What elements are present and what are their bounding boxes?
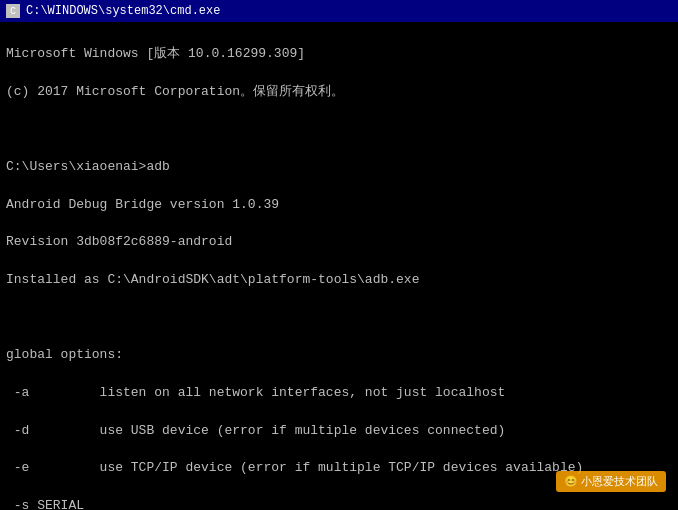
line-13: -s SERIAL <box>6 498 84 510</box>
line-01: Microsoft Windows [版本 10.0.16299.309] <box>6 46 305 61</box>
line-09: global options: <box>6 347 123 362</box>
title-bar: C C:\WINDOWS\system32\cmd.exe <box>0 0 678 22</box>
watermark-text: 小恩爱技术团队 <box>581 475 658 487</box>
title-bar-text: C:\WINDOWS\system32\cmd.exe <box>26 4 220 18</box>
line-10: -a listen on all network interfaces, not… <box>6 385 505 400</box>
line-06: Revision 3db08f2c6889-android <box>6 234 232 249</box>
cmd-window: Microsoft Windows [版本 10.0.16299.309] (c… <box>0 22 678 510</box>
line-02: (c) 2017 Microsoft Corporation。保留所有权利。 <box>6 84 344 99</box>
line-07: Installed as C:\AndroidSDK\adt\platform-… <box>6 272 419 287</box>
line-04: C:\Users\xiaoenai>adb <box>6 159 170 174</box>
watermark: 😊 小恩爱技术团队 <box>556 471 666 492</box>
line-11: -d use USB device (error if multiple dev… <box>6 423 505 438</box>
watermark-icon: 😊 <box>564 475 581 487</box>
line-12: -e use TCP/IP device (error if multiple … <box>6 460 583 475</box>
line-05: Android Debug Bridge version 1.0.39 <box>6 197 279 212</box>
title-bar-icon: C <box>6 4 20 18</box>
